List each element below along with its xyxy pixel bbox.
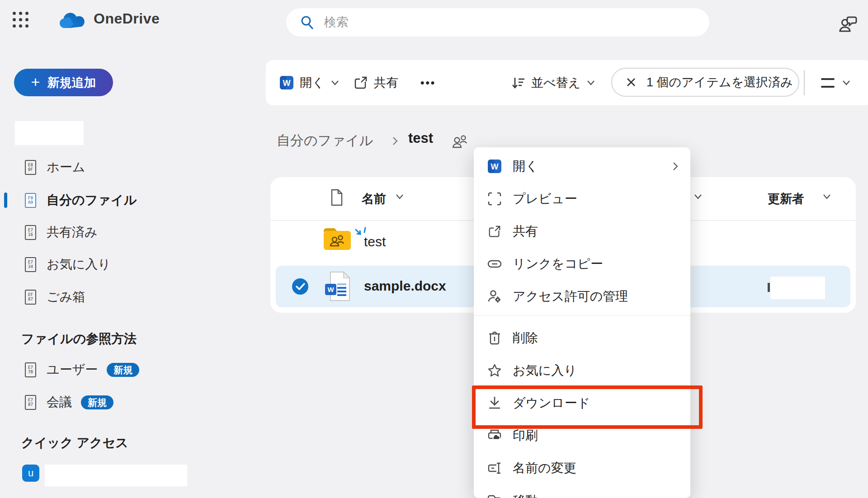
chevron-down-icon[interactable]	[396, 194, 404, 200]
menu-item-download[interactable]: ダウンロード	[474, 387, 690, 419]
section-quick-access: クイック アクセス	[21, 434, 128, 451]
more-commands-button[interactable]: •••	[420, 60, 436, 105]
chevron-right-icon	[672, 161, 679, 171]
redacted-box	[45, 465, 187, 486]
word-icon: W	[279, 75, 294, 90]
trash-icon	[486, 331, 503, 345]
sidebar-item-home[interactable]: E80F ホーム	[25, 157, 85, 177]
menu-item-move[interactable]: 移動	[474, 484, 690, 498]
search-icon	[300, 15, 315, 30]
recycle-bin-icon: EF87	[25, 290, 36, 305]
sort-icon	[511, 75, 525, 90]
breadcrumb-parent[interactable]: 自分のファイル	[277, 132, 373, 150]
breadcrumb-current[interactable]: test	[408, 130, 433, 146]
menu-item-share[interactable]: 共有	[474, 215, 690, 248]
feedback-icon[interactable]	[836, 12, 860, 35]
share-icon	[354, 75, 368, 90]
selected-item-indicator	[4, 193, 7, 208]
checked-circle-icon[interactable]	[292, 278, 309, 295]
partially-hidden-text	[768, 283, 770, 292]
redacted-box	[770, 277, 825, 299]
sidebar-item-meetings[interactable]: E787 会議 新規	[25, 392, 113, 412]
app-launcher-icon[interactable]	[13, 12, 31, 30]
print-icon	[486, 429, 503, 442]
home-icon: E80F	[25, 160, 36, 175]
favorites-icon: E734	[25, 257, 36, 272]
menu-item-manage-access[interactable]: アクセス許可の管理	[474, 280, 690, 313]
meetings-icon: E787	[25, 395, 36, 410]
context-menu: W 開く プレビュー 共有 リンクをコピー	[474, 147, 690, 498]
shared-folder-icon	[322, 224, 353, 252]
menu-item-print[interactable]: 印刷	[474, 419, 690, 452]
chevron-right-icon	[392, 136, 399, 146]
star-icon	[486, 364, 503, 377]
download-icon	[486, 396, 503, 410]
search-input[interactable]	[323, 15, 696, 30]
view-options-button[interactable]	[821, 60, 851, 105]
shared-people-icon	[452, 135, 470, 148]
chevron-down-icon[interactable]	[823, 194, 831, 200]
chevron-down-icon[interactable]	[694, 194, 702, 200]
menu-divider	[474, 315, 690, 316]
person-gear-icon	[486, 290, 503, 303]
document-column-icon	[330, 189, 344, 206]
close-icon[interactable]	[626, 77, 637, 88]
toolbar-divider	[804, 70, 805, 95]
search-bar[interactable]	[286, 8, 710, 37]
share-button[interactable]: 共有	[354, 60, 398, 105]
sidebar-item-shared[interactable]: E716 共有済み	[25, 222, 98, 242]
svg-text:W: W	[283, 79, 291, 88]
add-new-button[interactable]: + 新規追加	[14, 69, 113, 96]
selection-count-pill[interactable]: 1 個のアイテムを選択済み	[611, 68, 799, 97]
file-name: sample.docx	[364, 278, 446, 294]
word-file-icon: W	[324, 271, 353, 302]
move-folder-icon	[486, 494, 503, 498]
menu-item-favorite[interactable]: お気に入り	[474, 354, 690, 387]
menu-item-copy-link[interactable]: リンクをコピー	[474, 248, 690, 280]
sidebar-item-favorites[interactable]: E734 お気に入り	[25, 254, 111, 274]
column-header-name[interactable]: 名前	[362, 191, 386, 207]
sidebar-item-people[interactable]: E77B ユーザー 新規	[25, 360, 139, 380]
link-icon	[486, 259, 503, 269]
chevron-down-icon	[586, 80, 595, 86]
shared-icon: E716	[25, 225, 36, 240]
command-toolbar: W 開く 共有 ••• 並べ替え 1 個のアイテムを選択済み	[266, 60, 868, 105]
sort-button[interactable]: 並べ替え	[511, 60, 595, 105]
menu-item-preview[interactable]: プレビュー	[474, 183, 690, 215]
preview-icon	[486, 192, 503, 206]
onedrive-logo-icon	[59, 12, 87, 30]
open-button[interactable]: W 開く	[279, 60, 340, 105]
svg-text:W: W	[327, 286, 334, 293]
sidebar-item-recycle-bin[interactable]: EF87 ごみ箱	[25, 287, 85, 307]
list-view-icon	[821, 78, 835, 88]
plus-icon: +	[31, 74, 40, 89]
chevron-down-icon	[330, 80, 340, 86]
my-files-icon: F0A9	[25, 193, 36, 208]
app-title: OneDrive	[94, 10, 160, 27]
rename-icon	[486, 461, 503, 475]
menu-item-open[interactable]: W 開く	[474, 150, 690, 183]
sidebar-item-my-files[interactable]: F0A9 自分のファイル	[25, 190, 137, 210]
section-browse-files: ファイルの参照方法	[21, 330, 137, 348]
menu-item-delete[interactable]: 削除	[474, 322, 690, 354]
new-badge: 新規	[81, 395, 113, 409]
new-badge: 新規	[107, 363, 139, 377]
quick-access-avatar[interactable]: u	[22, 465, 39, 482]
people-icon: E77B	[25, 362, 36, 377]
share-icon	[486, 225, 503, 238]
file-name: test	[364, 234, 386, 249]
word-icon: W	[486, 159, 503, 174]
chevron-down-icon	[842, 80, 851, 86]
svg-text:W: W	[491, 162, 499, 171]
redacted-box	[15, 121, 84, 145]
menu-item-rename[interactable]: 名前の変更	[474, 452, 690, 484]
column-header-modified-by[interactable]: 更新者	[768, 191, 804, 207]
